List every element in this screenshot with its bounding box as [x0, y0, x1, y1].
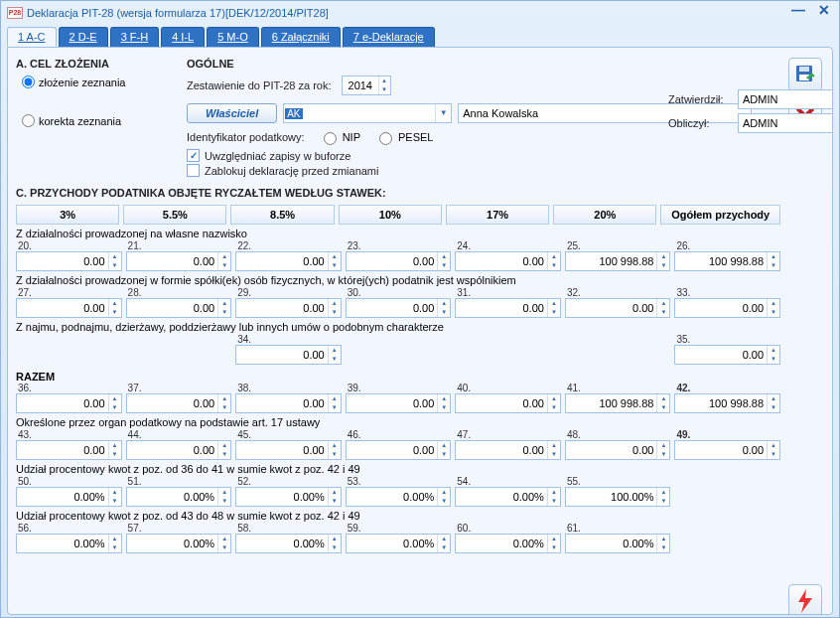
run-button[interactable] [788, 584, 822, 615]
num-value: 0.00 [743, 444, 764, 456]
radio-nip[interactable]: NIP [319, 129, 360, 145]
num-input-25[interactable]: 100 998.88▲▼ [565, 251, 671, 271]
tab-6-attachments[interactable]: 6 Załączniki [261, 27, 341, 47]
radio-nip-input[interactable] [324, 132, 337, 145]
num-input-37[interactable]: 0.00▲▼ [126, 393, 232, 413]
num-value: 100 998.88 [599, 397, 653, 409]
num-input-41[interactable]: 100 998.88▲▼ [565, 393, 671, 413]
num-input-40[interactable]: 0.00▲▼ [455, 393, 561, 413]
radio-submit[interactable]: złożenie zeznania [22, 76, 174, 88]
radio-correction[interactable]: korekta zeznania [22, 114, 174, 127]
num-input-59[interactable]: 0.00%▲▼ [346, 534, 452, 553]
num-input-48[interactable]: 0.00▲▼ [565, 440, 671, 460]
poz-label: 42. [674, 383, 780, 393]
cell-32: 32.0.00▲▼ [565, 287, 671, 318]
num-input-29[interactable]: 0.00▲▼ [235, 298, 342, 318]
num-input-32[interactable]: 0.00▲▼ [565, 298, 671, 318]
num-value: 0.00 [522, 302, 543, 314]
num-input-61[interactable]: 0.00%▲▼ [565, 534, 671, 553]
tab-2-de[interactable]: 2 D-E [59, 27, 108, 47]
checkbox-buffer[interactable]: ✓ [187, 149, 200, 162]
cell-25: 25.100 998.88▲▼ [565, 240, 671, 271]
num-input-50[interactable]: 0.00%▲▼ [16, 487, 122, 507]
input-34[interactable]: 0.00▲▼ [235, 345, 342, 365]
num-input-26[interactable]: 100 998.88▲▼ [674, 251, 780, 271]
cell-59: 59.0.00%▲▼ [346, 523, 452, 553]
section-a-title: A. CEL ZŁOŻENIA [16, 58, 174, 70]
poz-label: 25. [565, 240, 671, 251]
num-input-22[interactable]: 0.00▲▼ [235, 251, 342, 271]
num-input-24[interactable]: 0.00▲▼ [455, 251, 561, 271]
cell-36: 36.0.00▲▼ [16, 383, 122, 413]
num-input-43[interactable]: 0.00▲▼ [16, 440, 122, 460]
radio-pesel[interactable]: PESEL [374, 129, 433, 145]
cell-47: 47.0.00▲▼ [455, 429, 561, 460]
cell-44: 44.0.00▲▼ [126, 429, 232, 460]
save-button[interactable] [788, 58, 822, 91]
num-value: 0.00 [522, 397, 543, 409]
num-input-39[interactable]: 0.00▲▼ [346, 393, 452, 413]
cell-52: 52.0.00%▲▼ [235, 476, 342, 507]
num-input-47[interactable]: 0.00▲▼ [455, 440, 561, 460]
line2-label: Z działalności prowadzonej w formie spół… [16, 274, 780, 286]
radio-correction-input[interactable] [22, 114, 35, 127]
poz-label: 24. [455, 240, 561, 251]
num-input-42[interactable]: 100 998.88▲▼ [674, 393, 780, 413]
num-input-27[interactable]: 0.00▲▼ [16, 298, 122, 318]
num-input-28[interactable]: 0.00▲▼ [126, 298, 232, 318]
num-input-33[interactable]: 0.00▲▼ [674, 298, 780, 318]
radio-submit-input[interactable] [22, 76, 35, 88]
tab-4-il[interactable]: 4 I-L [161, 27, 205, 47]
num-input-20[interactable]: 0.00▲▼ [16, 251, 122, 271]
num-input-58[interactable]: 0.00%▲▼ [235, 534, 342, 553]
num-value: 0.00% [73, 538, 104, 549]
poz-label: 49. [674, 429, 780, 440]
num-input-54[interactable]: 0.00%▲▼ [455, 487, 561, 507]
num-input-60[interactable]: 0.00%▲▼ [455, 534, 561, 553]
rate-header-2: 8.5% [230, 205, 334, 225]
num-input-30[interactable]: 0.00▲▼ [346, 298, 452, 318]
input-35[interactable]: 0.00▲▼ [674, 345, 780, 365]
poz-label: 37. [126, 383, 232, 393]
owner-button[interactable]: Właściciel [187, 103, 277, 123]
close-button[interactable]: ✕ [815, 3, 833, 19]
poz-label: 46. [346, 429, 452, 440]
num-input-51[interactable]: 0.00%▲▼ [126, 487, 232, 507]
num-input-57[interactable]: 0.00%▲▼ [126, 534, 232, 553]
num-input-21[interactable]: 0.00▲▼ [126, 251, 232, 271]
num-input-23[interactable]: 0.00▲▼ [346, 251, 452, 271]
owner-dropdown-icon[interactable]: ▼ [435, 104, 451, 122]
checkbox-lock[interactable] [187, 164, 200, 177]
num-input-45[interactable]: 0.00▲▼ [235, 440, 342, 460]
year-down[interactable]: ▼ [378, 85, 390, 94]
cell-57: 57.0.00%▲▼ [126, 523, 232, 553]
num-input-49[interactable]: 0.00▲▼ [674, 440, 780, 460]
year-input[interactable]: 2014 ▲▼ [342, 76, 391, 95]
num-input-52[interactable]: 0.00%▲▼ [235, 487, 342, 507]
radio-pesel-input[interactable] [379, 132, 392, 145]
num-value: 0.00% [623, 538, 653, 549]
num-input-44[interactable]: 0.00▲▼ [126, 440, 232, 460]
owner-combo[interactable]: AK ▼ [283, 103, 452, 123]
num-input-55[interactable]: 100.00%▲▼ [565, 487, 671, 507]
num-input-38[interactable]: 0.00▲▼ [235, 393, 342, 413]
cell-21: 21.0.00▲▼ [126, 240, 232, 271]
tab-1-ac[interactable]: 1 A-C [7, 27, 57, 47]
num-value: 0.00 [303, 397, 324, 409]
num-value: 100 998.88 [599, 255, 653, 267]
num-input-36[interactable]: 0.00▲▼ [16, 393, 122, 413]
minimize-button[interactable]: — [789, 3, 807, 19]
year-up[interactable]: ▲ [378, 77, 390, 85]
poz-label: 22. [235, 240, 342, 251]
num-input-31[interactable]: 0.00▲▼ [455, 298, 561, 318]
num-input-53[interactable]: 0.00%▲▼ [346, 487, 452, 507]
rate-header-0: 3% [16, 205, 119, 225]
num-input-56[interactable]: 0.00%▲▼ [16, 534, 122, 553]
tab-7-edeclarations[interactable]: 7 e-Deklaracje [343, 27, 435, 47]
num-value: 0.00 [413, 255, 434, 267]
tab-3-fh[interactable]: 3 F-H [110, 27, 160, 47]
approved-by-field[interactable]: ADMIN [738, 89, 833, 109]
calc-by-field[interactable]: ADMIN [738, 113, 833, 133]
tab-5-mo[interactable]: 5 M-O [207, 27, 259, 47]
num-input-46[interactable]: 0.00▲▼ [346, 440, 452, 460]
